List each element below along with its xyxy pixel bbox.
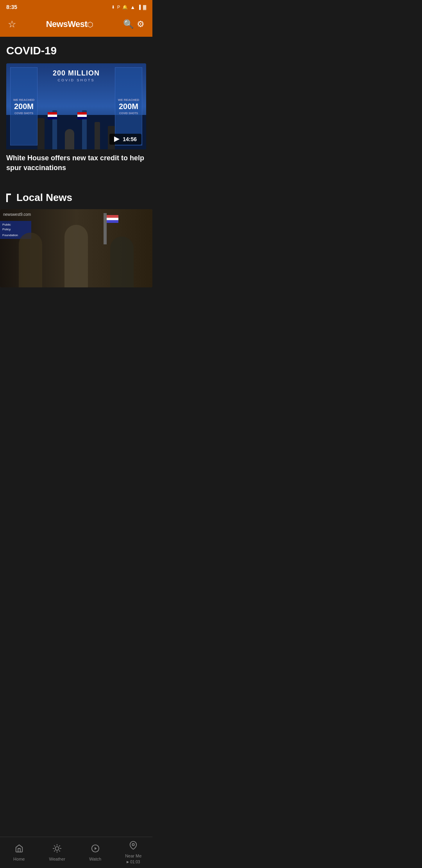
covid-section: COVID-19 WE REACHED 200M COVID SHOTS 200… (0, 37, 152, 175)
signal-icon: ▐ (138, 5, 141, 9)
local-news-video-card[interactable]: newswest9.com Public Policy Foundation (0, 209, 152, 287)
covid-video-title: White House offers new tax credit to hel… (6, 149, 146, 175)
download-icon: ⬇ (111, 5, 115, 10)
star-icon: ☆ (8, 19, 16, 29)
person-3 (110, 237, 134, 287)
person-2 (64, 225, 88, 287)
search-icon: 🔍 (123, 19, 134, 29)
settings-icon: ⚙ (137, 19, 145, 29)
local-news-title-container: Local News (0, 192, 152, 204)
wifi-icon: ▲ (130, 4, 135, 10)
local-news-thumbnail: newswest9.com Public Policy Foundation (0, 209, 152, 287)
parental-icon: P (117, 5, 120, 9)
status-bar: 8:35 ⬇ P 🔔 ▲ ▐ ▓ (0, 0, 152, 14)
settings-button[interactable]: ⚙ (135, 18, 146, 31)
notification-icon: 🔔 (122, 5, 128, 10)
video-duration: 14:56 (123, 136, 137, 142)
covid-video-thumbnail: WE REACHED 200M COVID SHOTS 200 MILLION … (6, 63, 146, 149)
local-news-section: Local News newswest9.com Public Policy F… (0, 180, 152, 287)
people-group (0, 209, 152, 287)
status-time: 8:35 (6, 4, 17, 10)
main-content: COVID-19 WE REACHED 200M COVID SHOTS 200… (0, 37, 152, 323)
left-screen: WE REACHED 200M COVID SHOTS (10, 67, 38, 145)
center-screen-text: 200 MILLION COVID SHOTS (53, 69, 100, 82)
covid-video-card[interactable]: WE REACHED 200M COVID SHOTS 200 MILLION … (6, 63, 146, 175)
stage-people (38, 110, 115, 149)
app-header: ☆ NewsWest⬡ 🔍 ⚙ (0, 14, 152, 37)
favorite-button[interactable]: ☆ (6, 17, 18, 31)
local-news-title: Local News (16, 192, 72, 204)
battery-icon: ▓ (143, 5, 146, 9)
covid-section-title: COVID-19 (6, 45, 146, 57)
person-1 (19, 233, 42, 287)
logo-text: NewsWest (46, 19, 88, 29)
logo-icon: ⬡ (87, 21, 93, 29)
bracket-icon (6, 194, 11, 202)
play-icon (114, 136, 120, 142)
search-button[interactable]: 🔍 (122, 18, 135, 31)
video-play-badge[interactable]: 14:56 (109, 134, 141, 145)
logo: NewsWest⬡ (18, 19, 122, 29)
status-icons: ⬇ P 🔔 ▲ ▐ ▓ (111, 4, 146, 10)
